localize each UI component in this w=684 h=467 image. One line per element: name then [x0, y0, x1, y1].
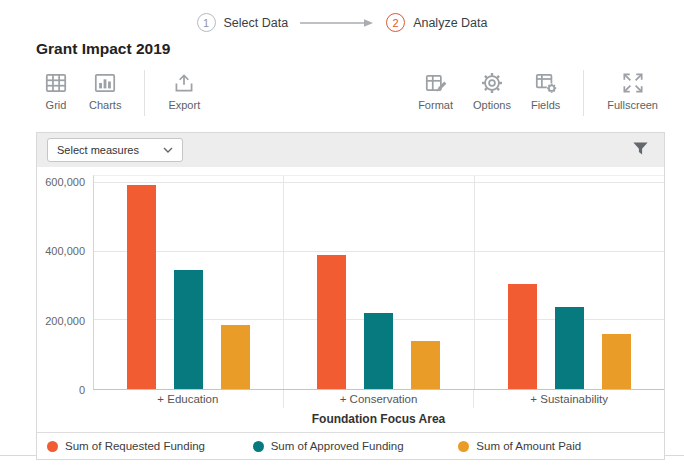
export-label: Export — [168, 99, 200, 111]
fullscreen-button[interactable]: Fullscreen — [600, 70, 665, 111]
grid-icon — [43, 70, 69, 96]
chart-panel: Select measures 0200,000400,000600,000 +… — [36, 132, 665, 460]
x-axis-title: Foundation Focus Area — [93, 408, 664, 428]
bar[interactable] — [602, 334, 631, 389]
chart-legend: Sum of Requested FundingSum of Approved … — [37, 432, 664, 459]
category-label[interactable]: + Education — [93, 390, 283, 408]
y-tick-label: 200,000 — [45, 315, 85, 327]
export-icon — [171, 70, 197, 96]
toolbar-right-group: Format — [411, 70, 665, 116]
legend-swatch — [458, 441, 469, 452]
x-axis-labels: + Education+ Conservation+ Sustainabilit… — [93, 390, 664, 408]
stepper-arrow-icon — [300, 18, 374, 28]
toolbar-left-group: Grid Charts — [36, 70, 207, 116]
fields-label: Fields — [531, 99, 560, 111]
category-label[interactable]: + Conservation — [283, 390, 474, 408]
step-1-label: Select Data — [224, 16, 289, 30]
step-analyze-data[interactable]: 2 Analyze Data — [386, 13, 487, 32]
measures-select[interactable]: Select measures — [47, 138, 183, 162]
format-label: Format — [418, 99, 453, 111]
legend-item: Sum of Approved Funding — [253, 440, 459, 452]
bar[interactable] — [364, 313, 393, 389]
bar[interactable] — [127, 185, 156, 389]
bar-group — [283, 176, 473, 389]
bar[interactable] — [221, 325, 250, 389]
step-1-number: 1 — [197, 13, 216, 32]
chart: 0200,000400,000600,000 + Education+ Cons… — [37, 167, 664, 432]
bar[interactable] — [411, 341, 440, 389]
fields-icon — [533, 70, 559, 96]
legend-item: Sum of Requested Funding — [47, 440, 253, 452]
charts-button[interactable]: Charts — [82, 70, 128, 111]
charts-label: Charts — [89, 99, 121, 111]
legend-swatch — [253, 441, 264, 452]
legend-swatch — [47, 441, 58, 452]
step-2-label: Analyze Data — [413, 16, 487, 30]
bar[interactable] — [555, 307, 584, 389]
pivot-app: 1 Select Data 2 Analyze Data Grant Impac… — [0, 0, 684, 456]
fields-button[interactable]: Fields — [524, 70, 567, 111]
filter-button[interactable] — [627, 137, 654, 163]
chart-body: 0200,000400,000600,000 — [37, 175, 664, 390]
step-2-number: 2 — [386, 13, 405, 32]
bar[interactable] — [317, 255, 346, 389]
toolbar-divider — [144, 70, 145, 116]
funnel-icon — [631, 139, 650, 158]
y-tick-label: 600,000 — [45, 176, 85, 188]
legend-label: Sum of Approved Funding — [271, 440, 404, 452]
toolbar-divider — [583, 70, 584, 116]
options-label: Options — [473, 99, 511, 111]
options-gear-icon — [479, 70, 505, 96]
stepper: 1 Select Data 2 Analyze Data — [0, 0, 684, 32]
toolbar: Grid Charts — [36, 70, 665, 120]
plot-area — [93, 175, 664, 390]
format-icon — [423, 70, 449, 96]
export-button[interactable]: Export — [161, 70, 207, 111]
page-title: Grant Impact 2019 — [36, 40, 684, 58]
fullscreen-icon — [620, 70, 646, 96]
bar[interactable] — [174, 270, 203, 389]
y-tick-label: 0 — [79, 384, 85, 396]
category-label[interactable]: + Sustainability — [473, 390, 664, 408]
options-button[interactable]: Options — [466, 70, 518, 111]
y-tick-label: 400,000 — [45, 245, 85, 257]
bar[interactable] — [508, 284, 537, 389]
grid-button[interactable]: Grid — [36, 70, 76, 111]
measures-select-label: Select measures — [57, 144, 139, 156]
bar-group — [474, 176, 664, 389]
step-select-data[interactable]: 1 Select Data — [197, 13, 289, 32]
legend-label: Sum of Requested Funding — [65, 440, 205, 452]
y-axis: 0200,000400,000600,000 — [37, 175, 93, 390]
charts-icon — [92, 70, 118, 96]
format-button[interactable]: Format — [411, 70, 460, 111]
legend-item: Sum of Amount Paid — [458, 440, 664, 452]
fullscreen-label: Fullscreen — [607, 99, 658, 111]
grid-label: Grid — [46, 99, 67, 111]
chevron-down-icon — [163, 147, 173, 153]
bar-group — [94, 176, 283, 389]
measures-bar: Select measures — [37, 133, 664, 167]
legend-label: Sum of Amount Paid — [476, 440, 581, 452]
